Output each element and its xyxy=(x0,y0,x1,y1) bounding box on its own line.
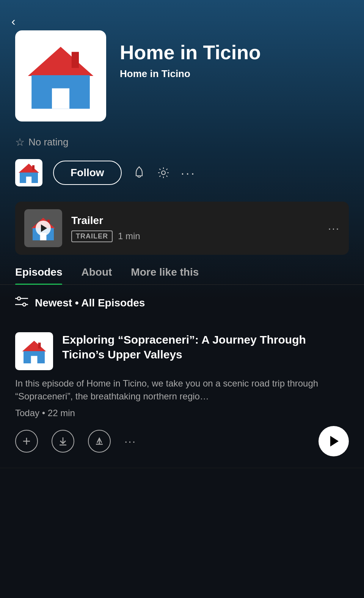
settings-button[interactable] xyxy=(157,166,170,180)
tabs-row: Episodes About More like this xyxy=(0,266,364,285)
svg-point-9 xyxy=(162,171,165,175)
podcast-subtitle: Home in Ticino xyxy=(120,68,261,80)
svg-rect-7 xyxy=(26,177,31,183)
trailer-meta: TRAILER 1 min xyxy=(71,230,319,242)
more-options-button[interactable]: ··· xyxy=(181,166,196,180)
svg-rect-19 xyxy=(38,342,41,348)
svg-point-17 xyxy=(23,303,26,306)
actions-row: Follow ··· xyxy=(0,155,364,198)
download-icon xyxy=(58,436,68,447)
episode-more-button[interactable]: ··· xyxy=(124,435,136,448)
tab-more-like-this[interactable]: More like this xyxy=(131,266,199,284)
rating-text: No rating xyxy=(28,136,69,148)
tab-about[interactable]: About xyxy=(81,266,112,284)
gear-icon xyxy=(157,166,170,180)
svg-rect-3 xyxy=(52,88,69,109)
trailer-duration: 1 min xyxy=(118,231,140,241)
back-button[interactable]: ‹ xyxy=(11,15,16,27)
trailer-thumbnail xyxy=(24,209,62,247)
episode-actions: ··· xyxy=(15,426,349,456)
ellipsis-icon: ··· xyxy=(181,166,196,180)
podcast-title: Home in Ticino xyxy=(120,42,261,63)
header-section: Home in Ticino Home in Ticino xyxy=(0,0,364,129)
trailer-badge: TRAILER xyxy=(71,230,113,242)
episode-time: Today • 22 min xyxy=(15,408,349,418)
filter-label: Newest • All Episodes xyxy=(35,297,145,309)
play-icon xyxy=(330,436,339,447)
play-episode-button[interactable] xyxy=(318,426,349,456)
episode-actions-left: ··· xyxy=(15,430,136,453)
podcast-artwork xyxy=(15,30,106,121)
play-overlay xyxy=(36,221,51,236)
trailer-card[interactable]: Trailer TRAILER 1 min ··· xyxy=(15,202,349,255)
star-icon: ☆ xyxy=(15,136,25,148)
episode-description: In this episode of Home in Ticino, we ta… xyxy=(15,377,349,402)
svg-rect-5 xyxy=(32,165,35,170)
episode-top: Exploring “Sopraceneri”: A Journey Throu… xyxy=(15,332,349,370)
svg-rect-21 xyxy=(31,356,38,363)
rating-row: ☆ No rating xyxy=(0,129,364,155)
share-icon xyxy=(94,436,105,447)
filter-row[interactable]: Newest • All Episodes xyxy=(0,296,364,321)
episode-title: Exploring “Sopraceneri”: A Journey Throu… xyxy=(62,332,349,362)
share-episode-button[interactable] xyxy=(88,430,111,453)
follow-button[interactable]: Follow xyxy=(53,161,122,185)
episode-artwork xyxy=(15,332,53,370)
tab-episodes[interactable]: Episodes xyxy=(15,266,62,284)
svg-marker-18 xyxy=(22,341,46,351)
bell-icon xyxy=(132,166,146,180)
notification-button[interactable] xyxy=(132,166,146,180)
svg-marker-4 xyxy=(19,164,39,173)
podcast-title-area: Home in Ticino Home in Ticino xyxy=(120,30,261,80)
trailer-info: Trailer TRAILER 1 min xyxy=(71,215,319,242)
mini-artwork xyxy=(15,159,42,186)
trailer-title: Trailer xyxy=(71,215,319,227)
download-episode-button[interactable] xyxy=(52,430,74,453)
svg-point-15 xyxy=(17,297,20,300)
episode-item: Exploring “Sopraceneri”: A Journey Throu… xyxy=(0,321,364,468)
add-episode-button[interactable] xyxy=(15,430,38,453)
trailer-more-button[interactable]: ··· xyxy=(328,222,340,235)
filter-icon xyxy=(15,296,28,309)
plus-icon xyxy=(21,436,32,447)
svg-marker-0 xyxy=(28,47,94,76)
svg-rect-1 xyxy=(72,52,79,68)
